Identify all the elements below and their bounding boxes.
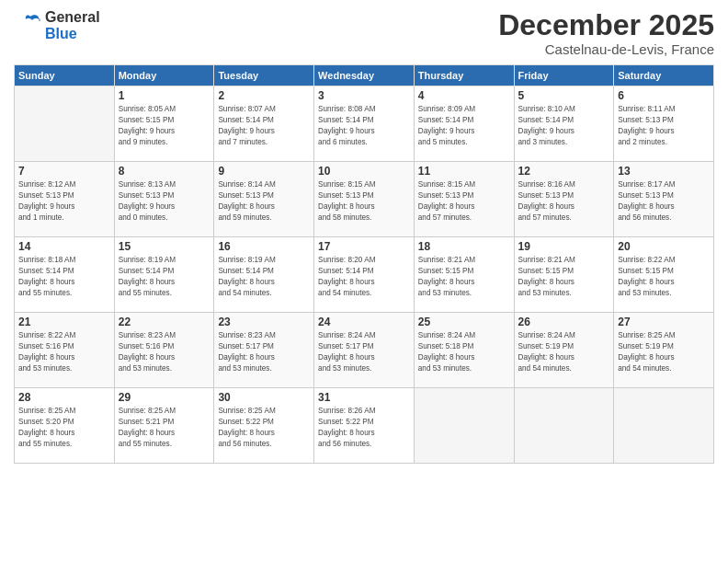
calendar-cell: 22Sunrise: 8:23 AM Sunset: 5:16 PM Dayli… [114,313,214,388]
day-number: 11 [418,165,510,178]
day-number: 28 [18,391,110,404]
calendar-cell: 20Sunrise: 8:22 AM Sunset: 5:15 PM Dayli… [614,237,714,313]
day-info: Sunrise: 8:17 AM Sunset: 5:13 PM Dayligh… [618,179,710,224]
logo-bird-svg [14,13,43,39]
col-friday: Friday [514,65,614,86]
calendar-cell: 8Sunrise: 8:13 AM Sunset: 5:13 PM Daylig… [114,162,214,237]
header: General Blue December 2025 Castelnau-de-… [14,9,714,57]
day-info: Sunrise: 8:09 AM Sunset: 5:14 PM Dayligh… [418,104,510,148]
day-info: Sunrise: 8:16 AM Sunset: 5:13 PM Dayligh… [518,179,610,224]
day-info: Sunrise: 8:21 AM Sunset: 5:15 PM Dayligh… [418,255,510,299]
day-number: 29 [119,391,210,404]
calendar-cell [514,388,614,464]
day-number: 17 [318,240,410,253]
day-number: 24 [318,316,410,328]
month-title: December 2025 [498,9,714,41]
day-info: Sunrise: 8:19 AM Sunset: 5:14 PM Dayligh… [119,255,210,299]
day-info: Sunrise: 8:10 AM Sunset: 5:14 PM Dayligh… [518,104,610,148]
day-info: Sunrise: 8:24 AM Sunset: 5:17 PM Dayligh… [318,330,410,374]
day-number: 27 [618,316,710,328]
calendar-cell: 26Sunrise: 8:24 AM Sunset: 5:19 PM Dayli… [514,313,614,388]
day-info: Sunrise: 8:08 AM Sunset: 5:14 PM Dayligh… [318,104,410,148]
calendar-cell: 28Sunrise: 8:25 AM Sunset: 5:20 PM Dayli… [15,388,115,464]
day-number: 10 [318,165,410,178]
calendar-cell [15,86,115,162]
day-number: 8 [119,165,210,178]
calendar-cell: 10Sunrise: 8:15 AM Sunset: 5:13 PM Dayli… [314,162,415,237]
day-info: Sunrise: 8:12 AM Sunset: 5:13 PM Dayligh… [18,179,110,224]
calendar-cell: 5Sunrise: 8:10 AM Sunset: 5:14 PM Daylig… [514,86,614,162]
col-thursday: Thursday [414,65,514,86]
logo: General Blue [14,9,100,41]
day-info: Sunrise: 8:21 AM Sunset: 5:15 PM Dayligh… [518,255,610,299]
calendar-cell: 16Sunrise: 8:19 AM Sunset: 5:14 PM Dayli… [214,237,314,313]
day-info: Sunrise: 8:19 AM Sunset: 5:14 PM Dayligh… [218,255,310,299]
logo-blue: Blue [45,26,100,42]
calendar-week-row: 28Sunrise: 8:25 AM Sunset: 5:20 PM Dayli… [15,388,714,464]
calendar-cell: 7Sunrise: 8:12 AM Sunset: 5:13 PM Daylig… [15,162,115,237]
day-number: 15 [119,240,210,253]
day-info: Sunrise: 8:25 AM Sunset: 5:19 PM Dayligh… [618,330,710,374]
calendar-cell: 24Sunrise: 8:24 AM Sunset: 5:17 PM Dayli… [314,313,415,388]
day-number: 2 [218,89,310,102]
day-info: Sunrise: 8:22 AM Sunset: 5:16 PM Dayligh… [18,330,110,374]
calendar-cell: 13Sunrise: 8:17 AM Sunset: 5:13 PM Dayli… [614,162,714,237]
calendar-week-row: 7Sunrise: 8:12 AM Sunset: 5:13 PM Daylig… [15,162,714,237]
day-info: Sunrise: 8:25 AM Sunset: 5:22 PM Dayligh… [218,406,310,450]
day-info: Sunrise: 8:18 AM Sunset: 5:14 PM Dayligh… [18,255,110,299]
day-info: Sunrise: 8:25 AM Sunset: 5:20 PM Dayligh… [18,406,110,450]
day-info: Sunrise: 8:22 AM Sunset: 5:15 PM Dayligh… [618,255,710,299]
day-number: 6 [618,89,710,102]
logo-general: General [45,9,100,26]
col-tuesday: Tuesday [214,65,314,86]
calendar-cell: 9Sunrise: 8:14 AM Sunset: 5:13 PM Daylig… [214,162,314,237]
day-number: 12 [518,165,610,178]
calendar-cell: 19Sunrise: 8:21 AM Sunset: 5:15 PM Dayli… [514,237,614,313]
day-number: 30 [218,391,310,404]
calendar-cell: 3Sunrise: 8:08 AM Sunset: 5:14 PM Daylig… [314,86,415,162]
day-number: 26 [518,316,610,328]
day-number: 7 [18,165,110,178]
day-number: 19 [518,240,610,253]
day-number: 18 [418,240,510,253]
day-info: Sunrise: 8:26 AM Sunset: 5:22 PM Dayligh… [318,406,410,450]
calendar-cell: 25Sunrise: 8:24 AM Sunset: 5:18 PM Dayli… [414,313,514,388]
calendar-cell: 18Sunrise: 8:21 AM Sunset: 5:15 PM Dayli… [414,237,514,313]
day-number: 13 [618,165,710,178]
calendar-header-row: Sunday Monday Tuesday Wednesday Thursday… [15,65,714,86]
day-number: 22 [119,316,210,328]
col-saturday: Saturday [614,65,714,86]
calendar-cell: 29Sunrise: 8:25 AM Sunset: 5:21 PM Dayli… [114,388,214,464]
calendar-cell: 30Sunrise: 8:25 AM Sunset: 5:22 PM Dayli… [214,388,314,464]
col-monday: Monday [114,65,214,86]
day-info: Sunrise: 8:05 AM Sunset: 5:15 PM Dayligh… [119,104,210,148]
calendar-cell: 15Sunrise: 8:19 AM Sunset: 5:14 PM Dayli… [114,237,214,313]
calendar-cell: 11Sunrise: 8:15 AM Sunset: 5:13 PM Dayli… [414,162,514,237]
calendar-cell: 4Sunrise: 8:09 AM Sunset: 5:14 PM Daylig… [414,86,514,162]
day-number: 14 [18,240,110,253]
day-info: Sunrise: 8:24 AM Sunset: 5:18 PM Dayligh… [418,330,510,374]
calendar-cell: 31Sunrise: 8:26 AM Sunset: 5:22 PM Dayli… [314,388,415,464]
day-info: Sunrise: 8:24 AM Sunset: 5:19 PM Dayligh… [518,330,610,374]
day-number: 4 [418,89,510,102]
day-number: 9 [218,165,310,178]
calendar-cell [414,388,514,464]
day-number: 3 [318,89,410,102]
day-info: Sunrise: 8:13 AM Sunset: 5:13 PM Dayligh… [119,179,210,224]
page-container: General Blue December 2025 Castelnau-de-… [0,0,728,563]
day-number: 21 [18,316,110,328]
calendar-cell: 21Sunrise: 8:22 AM Sunset: 5:16 PM Dayli… [15,313,115,388]
day-number: 5 [518,89,610,102]
day-info: Sunrise: 8:23 AM Sunset: 5:17 PM Dayligh… [218,330,310,374]
day-number: 1 [119,89,210,102]
col-wednesday: Wednesday [314,65,415,86]
day-info: Sunrise: 8:20 AM Sunset: 5:14 PM Dayligh… [318,255,410,299]
calendar-cell: 14Sunrise: 8:18 AM Sunset: 5:14 PM Dayli… [15,237,115,313]
day-info: Sunrise: 8:15 AM Sunset: 5:13 PM Dayligh… [318,179,410,224]
day-number: 25 [418,316,510,328]
day-number: 31 [318,391,410,404]
calendar-cell: 23Sunrise: 8:23 AM Sunset: 5:17 PM Dayli… [214,313,314,388]
calendar-cell: 27Sunrise: 8:25 AM Sunset: 5:19 PM Dayli… [614,313,714,388]
col-sunday: Sunday [15,65,115,86]
calendar-cell: 12Sunrise: 8:16 AM Sunset: 5:13 PM Dayli… [514,162,614,237]
